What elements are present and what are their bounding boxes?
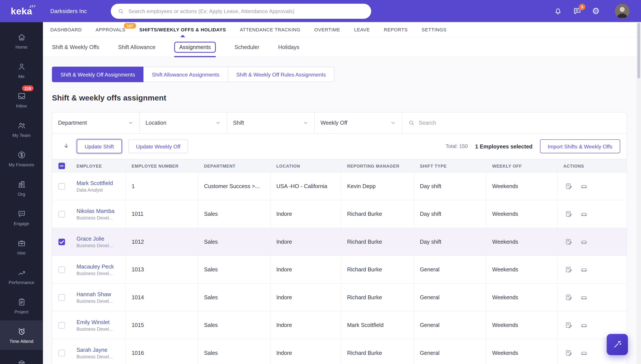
employee-name-link[interactable]: Macauley Peck [76, 263, 114, 270]
sidebar-item-me[interactable]: Me [0, 56, 43, 85]
keka-logo[interactable]: keka [0, 0, 43, 22]
nav-item-dashboard[interactable]: DASHBOARD [50, 22, 82, 37]
download-icon[interactable] [62, 142, 70, 150]
weekly-off-icon[interactable] [580, 210, 588, 218]
nav-item-shifts-weekly-offs-holidays[interactable]: SHIFTS/WEEKLY OFFS & HOLIDAYS [139, 22, 226, 37]
sub-tabs: Shift & Weekly Offs Shift Allowance Assi… [43, 38, 641, 57]
tab-shift-allowance[interactable]: Shift Allowance [118, 38, 156, 57]
edit-shift-icon[interactable] [565, 238, 573, 246]
weekly-off-icon[interactable] [580, 182, 588, 190]
edit-shift-icon[interactable] [565, 294, 573, 301]
sidebar-item-hire[interactable]: Hire [0, 232, 43, 262]
employee-name-link[interactable]: Mark Scottfield [76, 180, 113, 186]
sidebar-item-my-team[interactable]: My Team [0, 114, 43, 144]
tab-shift-weekly-offs[interactable]: Shift & Weekly Offs [52, 38, 99, 57]
edit-shift-icon[interactable] [565, 182, 573, 190]
notifications-bell-icon[interactable] [554, 6, 562, 16]
weekly-off-icon[interactable] [580, 238, 588, 246]
sidebar-item-performance[interactable]: Performance [0, 262, 43, 291]
scrollbar-track[interactable] [636, 22, 641, 364]
segment-shift-weekly-off-rules-assignments[interactable]: Shift & Weekly Off Rules Assignments [228, 67, 334, 82]
inbox-count-badge: 219 [22, 86, 33, 91]
nav-item-attendance-tracking[interactable]: ATTENDANCE TRACKING [240, 22, 300, 37]
update-shift-button[interactable]: Update Shift [77, 139, 122, 153]
finances-icon [17, 150, 26, 159]
employee-role: Data Analyst [76, 188, 103, 192]
table-search[interactable] [402, 112, 626, 134]
sidebar-item-bottom[interactable] [0, 350, 43, 364]
page-title: Shift & weekly offs assignment [52, 94, 627, 102]
table-search-input[interactable] [418, 120, 621, 126]
row-checkbox[interactable] [58, 322, 65, 328]
sidebar-item-time-attend[interactable]: Time Attend [0, 320, 43, 350]
table-row: Sarah Jayne Business Devel... 1016 Sales… [52, 339, 626, 364]
select-all-checkbox[interactable] [58, 162, 65, 169]
sidebar-item-inbox[interactable]: 219 Inbox [0, 85, 43, 114]
nav-item-reports[interactable]: REPORTS [384, 22, 408, 37]
col-header-actions: ACTIONS [558, 163, 627, 168]
scrollbar-thumb[interactable] [637, 23, 640, 78]
location: Indore [270, 256, 341, 283]
edit-shift-icon[interactable] [565, 321, 573, 329]
weekly-off-icon[interactable] [580, 294, 588, 301]
weekly-off-icon[interactable] [580, 266, 588, 274]
sidebar-item-engage[interactable]: Engage [0, 203, 43, 232]
row-checkbox[interactable] [58, 266, 65, 273]
sidebar-item-project[interactable]: Project [0, 291, 43, 320]
table-row: Emily Winslet Business Devel... 1015 Sal… [52, 312, 626, 339]
employee-name-link[interactable]: Grace Jolie [76, 236, 104, 242]
location-filter[interactable]: Location [140, 112, 227, 134]
help-chat-icon[interactable]: 9 [573, 6, 582, 16]
nav-item-settings[interactable]: SETTINGS [422, 22, 447, 37]
shift-type: General [414, 256, 486, 283]
weekly-off-icon[interactable] [580, 321, 588, 329]
assistant-fab[interactable] [607, 334, 628, 355]
sidebar-item-org[interactable]: Org [0, 173, 43, 203]
selected-count: 1 Employees selected [475, 143, 532, 149]
row-checkbox[interactable] [58, 350, 65, 356]
tab-holidays[interactable]: Holidays [278, 38, 299, 57]
row-checkbox[interactable] [58, 294, 65, 300]
employee-name-link[interactable]: Sarah Jayne [76, 347, 108, 353]
global-search-input[interactable] [128, 8, 365, 14]
segment-shift-allowance-assignments[interactable]: Shift Allowance Assignments [144, 67, 228, 82]
nav-item-approvals[interactable]: APPROVALS 107 [96, 22, 126, 37]
department-filter[interactable]: Department [52, 112, 140, 134]
row-checkbox[interactable] [58, 238, 65, 245]
approvals-count-badge: 107 [124, 23, 136, 28]
employee-name-link[interactable]: Emily Winslet [76, 319, 110, 325]
edit-shift-icon[interactable] [565, 266, 573, 274]
edit-shift-icon[interactable] [565, 210, 573, 218]
employee-name-link[interactable]: Hannah Shaw [76, 291, 111, 297]
shift-type: General [414, 339, 486, 364]
col-header-reporting-manager: REPORTING MANAGER [342, 163, 414, 168]
shift-filter[interactable]: Shift [228, 112, 315, 134]
import-button[interactable]: Import Shifts & Weekly Offs [540, 139, 620, 153]
user-avatar[interactable] [615, 4, 630, 18]
edit-shift-icon[interactable] [565, 349, 573, 357]
global-search[interactable] [111, 4, 371, 18]
sidebar-item-home[interactable]: Home [0, 26, 43, 56]
home-icon [17, 32, 26, 42]
nav-item-overtime[interactable]: OVERTIME [314, 22, 340, 37]
segment-shift-weekly-off-assignments[interactable]: Shift & Weekly Off Assignments [52, 67, 144, 82]
tab-assignments[interactable]: Assignments [174, 38, 216, 57]
shift-type: General [414, 284, 486, 311]
reporting-manager: Richard Burke [342, 256, 414, 283]
sidebar-item-my-finances[interactable]: My Finances [0, 144, 43, 173]
row-checkbox[interactable] [58, 211, 65, 217]
toolbar: Update Shift Update Weekly Off Total: 15… [52, 134, 626, 159]
settings-gear-icon[interactable]: ⚙ [592, 7, 600, 15]
weekly-off-filter[interactable]: Weekly Off [315, 112, 402, 134]
nav-item-leave[interactable]: LEAVE [354, 22, 370, 37]
employee-name-link[interactable]: Nikolas Mamba [76, 208, 114, 214]
row-checkbox[interactable] [58, 183, 65, 190]
tab-scheduler[interactable]: Scheduler [234, 38, 260, 57]
weekly-off: Weekends [486, 339, 558, 364]
table-header: EMPLOYEE EMPLOYEE NUMBER DEPARTMENT LOCA… [52, 159, 626, 172]
team-icon [17, 121, 26, 130]
chevron-down-icon [215, 120, 221, 126]
weekly-off-icon[interactable] [580, 349, 588, 357]
employee-number: 1014 [126, 284, 198, 311]
update-weekly-off-button[interactable]: Update Weekly Off [128, 139, 188, 153]
